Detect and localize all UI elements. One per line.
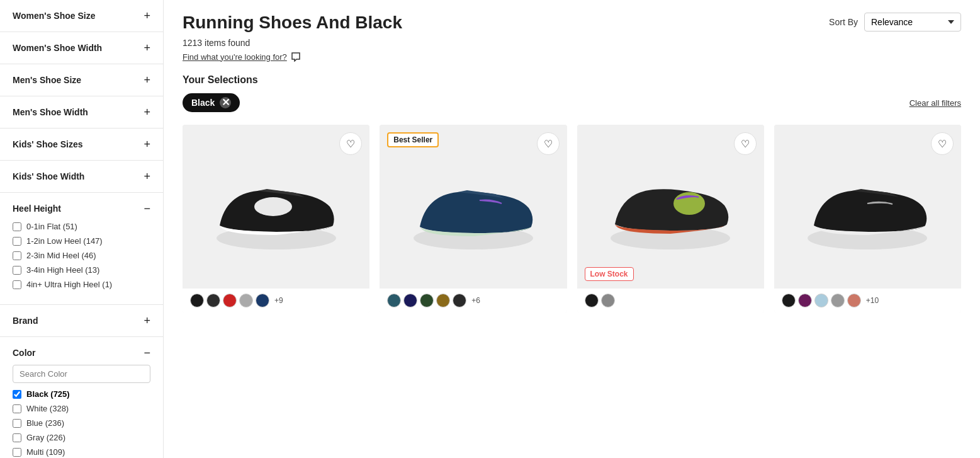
heel-option-1[interactable]: 1-2in Low Heel (147) <box>13 236 150 246</box>
remove-black-tag[interactable]: ✕ <box>220 97 231 108</box>
product-image-4: ♡ <box>774 125 961 289</box>
swatch-4-5[interactable] <box>847 294 861 307</box>
page-title: Running Shoes And Black <box>183 13 402 33</box>
shoe-svg-3 <box>601 156 740 257</box>
sort-select[interactable]: Relevance Price: Low to High Price: High… <box>864 13 961 31</box>
svg-point-1 <box>254 197 292 216</box>
swatch-1-1[interactable] <box>190 294 204 307</box>
swatch-more-2: +6 <box>471 296 480 305</box>
selection-tags: Black ✕ <box>183 93 240 112</box>
heel-checkbox-3[interactable] <box>13 266 21 275</box>
swatch-4-3[interactable] <box>814 294 828 307</box>
wishlist-btn-2[interactable]: ♡ <box>537 132 560 155</box>
heel-option-0[interactable]: 0-1in Flat (51) <box>13 222 150 231</box>
selections-row: Black ✕ Clear all filters <box>183 93 961 112</box>
shoe-svg-1 <box>207 156 346 257</box>
swatch-more-4: +10 <box>866 296 879 305</box>
color-checkbox-white[interactable] <box>13 404 21 413</box>
color-search-input[interactable] <box>13 365 150 383</box>
wishlist-btn-4[interactable]: ♡ <box>931 132 954 155</box>
color-option-blue[interactable]: Blue (236) <box>13 418 150 428</box>
swatches-1: +9 <box>183 289 369 312</box>
color-option-white[interactable]: White (328) <box>13 404 150 413</box>
clear-all-filters[interactable]: Clear all filters <box>910 98 961 108</box>
swatch-2-5[interactable] <box>453 294 466 307</box>
best-seller-badge-2: Best Seller <box>387 132 439 147</box>
heel-checkbox-4[interactable] <box>13 280 21 289</box>
heel-option-2[interactable]: 2-3in Mid Heel (46) <box>13 251 150 260</box>
swatch-4-2[interactable] <box>798 294 812 307</box>
expand-icon: + <box>144 74 150 86</box>
wishlist-btn-1[interactable]: ♡ <box>339 132 362 155</box>
expand-icon: + <box>144 139 150 150</box>
product-grid: ♡ +9 <box>183 125 961 312</box>
color-section: Color − Black (725) White (328) Blue (23… <box>0 337 163 458</box>
color-checkbox-blue[interactable] <box>13 419 21 428</box>
swatch-more-1: +9 <box>274 296 283 305</box>
wishlist-btn-3[interactable]: ♡ <box>734 132 757 155</box>
swatch-1-3[interactable] <box>223 294 237 307</box>
swatch-1-4[interactable] <box>239 294 253 307</box>
brand-header[interactable]: Brand + <box>13 315 150 326</box>
swatches-2: +6 <box>380 289 566 312</box>
chat-icon <box>291 52 301 62</box>
color-option-multi[interactable]: Multi (109) <box>13 447 150 457</box>
product-card-1: ♡ +9 <box>183 125 369 312</box>
sidebar-item-womens-shoe-width[interactable]: Women's Shoe Width + <box>0 32 163 64</box>
heel-height-header[interactable]: Heel Height − <box>13 203 150 214</box>
heel-checkbox-1[interactable] <box>13 237 21 246</box>
shoe-svg-4 <box>798 156 937 257</box>
expand-icon: + <box>144 171 150 182</box>
product-card-4: ♡ +10 <box>774 125 961 312</box>
swatch-2-2[interactable] <box>403 294 417 307</box>
selection-tag-black: Black ✕ <box>183 93 240 112</box>
main-header: Running Shoes And Black 1213 items found… <box>183 13 961 74</box>
swatch-3-1[interactable] <box>585 294 599 307</box>
expand-icon: + <box>144 10 150 21</box>
color-list: Black (725) White (328) Blue (236) Gray … <box>13 389 150 458</box>
color-option-black[interactable]: Black (725) <box>13 389 150 399</box>
color-checkbox-black[interactable] <box>13 390 21 399</box>
color-option-gray[interactable]: Gray (226) <box>13 433 150 442</box>
sidebar-item-mens-shoe-size[interactable]: Men's Shoe Size + <box>0 64 163 96</box>
swatch-4-1[interactable] <box>782 294 796 307</box>
heel-option-3[interactable]: 3-4in High Heel (13) <box>13 265 150 275</box>
swatch-2-4[interactable] <box>436 294 450 307</box>
heel-checkbox-2[interactable] <box>13 251 21 260</box>
sort-row: Sort By Relevance Price: Low to High Pri… <box>829 13 961 31</box>
product-card-2: Best Seller ♡ +6 <box>380 125 566 312</box>
swatch-1-5[interactable] <box>256 294 269 307</box>
main-content: Running Shoes And Black 1213 items found… <box>164 0 980 458</box>
swatch-2-3[interactable] <box>420 294 434 307</box>
low-stock-badge-3: Low Stock <box>585 267 634 281</box>
sidebar-item-mens-shoe-width[interactable]: Men's Shoe Width + <box>0 96 163 129</box>
sidebar: Women's Shoe Size + Women's Shoe Width +… <box>0 0 164 458</box>
collapse-icon: − <box>144 203 150 214</box>
color-checkbox-gray[interactable] <box>13 433 21 442</box>
shoe-svg-2 <box>404 156 543 257</box>
product-card-3: ♡ Low Stock <box>577 125 764 312</box>
selections-title: Your Selections <box>183 74 961 86</box>
color-checkbox-multi[interactable] <box>13 448 21 457</box>
collapse-color-icon: − <box>144 347 150 358</box>
sidebar-item-womens-shoe-size[interactable]: Women's Shoe Size + <box>0 0 163 32</box>
product-image-3: ♡ Low Stock <box>577 125 764 289</box>
selections-section: Your Selections Black ✕ Clear all filter… <box>183 74 961 112</box>
heel-option-4[interactable]: 4in+ Ultra High Heel (1) <box>13 280 150 289</box>
title-area: Running Shoes And Black 1213 items found… <box>183 13 402 74</box>
sidebar-item-kids-shoe-sizes[interactable]: Kids' Shoe Sizes + <box>0 129 163 161</box>
swatches-4: +10 <box>774 289 961 312</box>
swatch-4-4[interactable] <box>831 294 845 307</box>
heel-checkbox-0[interactable] <box>13 222 21 231</box>
heel-height-section: Heel Height − 0-1in Flat (51) 1-2in Low … <box>0 193 163 305</box>
brand-section: Brand + <box>0 305 163 337</box>
swatch-1-2[interactable] <box>206 294 220 307</box>
swatch-3-2[interactable] <box>601 294 615 307</box>
product-image-2: Best Seller ♡ <box>380 125 566 289</box>
sidebar-item-kids-shoe-width[interactable]: Kids' Shoe Width + <box>0 161 163 193</box>
items-found: 1213 items found <box>183 38 402 48</box>
swatch-2-1[interactable] <box>387 294 401 307</box>
find-link[interactable]: Find what you're looking for? <box>183 52 402 62</box>
product-image-1: ♡ <box>183 125 369 289</box>
color-header[interactable]: Color − <box>13 347 150 358</box>
